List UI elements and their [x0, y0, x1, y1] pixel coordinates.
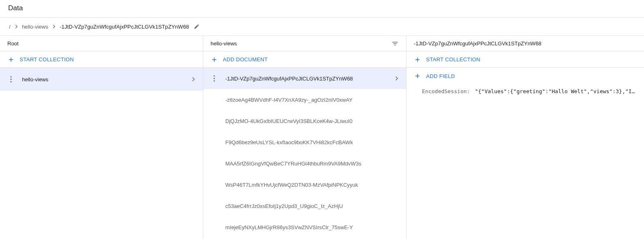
panel-detail: -1JtD-VZp7guZnWfcgufAjxPPcJtCLGVk1STpZYn…: [406, 36, 644, 239]
panel-documents: hello-views ADD DOCUMENT -1JtD-VZp7guZnW…: [203, 36, 406, 239]
collection-row[interactable]: hello-views: [0, 68, 203, 91]
panel-detail-header: -1JtD-VZp7guZnWfcgufAjxPPcJtCLGVk1STpZYn…: [406, 36, 644, 51]
collection-label: hello-views: [19, 76, 185, 83]
field-list: EncodedSession:"{"Values":{"greeting":"H…: [406, 84, 644, 98]
edit-icon[interactable]: [194, 24, 200, 29]
document-label: -1JtD-VZp7guZnWfcgufAjxPPcJtCLGVk1STpZYn…: [222, 76, 388, 82]
document-list: -1JtD-VZp7guZnWfcgufAjxPPcJtCLGVk1STpZYn…: [203, 68, 406, 238]
document-row[interactable]: -z8zoeAg4BWVdhF-I4V7XnXA9zy-_agOzI2nIV0x…: [203, 89, 406, 110]
start-subcollection-label: START COLLECTION: [426, 56, 480, 63]
document-label: c53aeC4frrJz0xsEfoIj1y2Upd3_U9gioC_Iz_Az…: [222, 203, 400, 209]
svg-point-7: [213, 75, 215, 76]
start-subcollection-button[interactable]: START COLLECTION: [406, 51, 644, 68]
plus-icon: [211, 56, 218, 63]
plus-icon: [7, 56, 15, 63]
panel-detail-header-text: -1JtD-VZp7guZnWfcgufAjxPPcJtCLGVk1STpZYn…: [414, 40, 541, 47]
svg-point-9: [213, 80, 215, 81]
breadcrumb-document: -1JtD-VZp7guZnWfcgufAjxPPcJtCLGVk1STpZYn…: [60, 24, 189, 30]
breadcrumb-root[interactable]: /: [9, 24, 11, 30]
document-row[interactable]: F9Qd6bez9eUsLYSL-kxfIaoc9boKK7VHi82kcFcB…: [203, 132, 406, 153]
chevron-right-icon: [13, 23, 20, 30]
svg-point-4: [10, 81, 11, 82]
add-field-button[interactable]: ADD FIELD: [406, 68, 644, 84]
panel-root-header-text: Root: [7, 40, 18, 47]
panel-documents-header: hello-views: [203, 36, 406, 51]
data-panels: Root START COLLECTION hello-views hello-…: [0, 36, 644, 239]
document-label: F9Qd6bez9eUsLYSL-kxfIaoc9boKK7VHi82kcFcB…: [222, 139, 400, 145]
document-label: -z8zoeAg4BWVdhF-I4V7XnXA9zy-_agOzI2nIV0x…: [222, 97, 400, 103]
more-icon[interactable]: [8, 76, 14, 83]
more-icon[interactable]: [211, 75, 217, 82]
panel-root-header: Root: [0, 36, 203, 51]
start-collection-button[interactable]: START COLLECTION: [0, 51, 203, 68]
svg-point-3: [10, 78, 11, 80]
add-document-button[interactable]: ADD DOCUMENT: [203, 51, 406, 68]
field-row[interactable]: EncodedSession:"{"Values":{"greeting":"H…: [406, 84, 644, 98]
chevron-right-icon: [393, 75, 400, 82]
plus-icon: [414, 56, 421, 63]
document-row[interactable]: DjQJzMO-4UkGxIbIUEUCrwVyl3SBLKceK4w-JLiw…: [203, 110, 406, 132]
chevron-right-icon: [190, 76, 197, 83]
document-row[interactable]: mIejeEyNXyLMHGjrR86ys3SVwZNVSIrsClr_75sw…: [203, 217, 406, 238]
start-collection-label: START COLLECTION: [20, 56, 74, 63]
document-row[interactable]: c53aeC4frrJz0xsEfoIj1y2Upd3_U9gioC_Iz_Az…: [203, 195, 406, 217]
document-label: MAA5rfZ6IGngVfQwBeC7YRuHGl4thbuRm9VA9Mdv…: [222, 161, 400, 167]
svg-point-8: [213, 78, 215, 79]
breadcrumb: / hello-views -1JtD-VZp7guZnWfcgufAjxPPc…: [0, 18, 644, 36]
filter-icon[interactable]: [391, 40, 399, 47]
field-value: "{"Values":{"greeting":"Hallo Welt","vie…: [475, 88, 636, 94]
plus-icon: [414, 72, 421, 80]
document-row[interactable]: -1JtD-VZp7guZnWfcgufAjxPPcJtCLGVk1STpZYn…: [203, 68, 406, 89]
document-label: mIejeEyNXyLMHGjrR86ys3SVwZNVSIrsClr_75sw…: [222, 224, 400, 230]
field-key: EncodedSession:: [422, 88, 470, 94]
chevron-right-icon: [51, 23, 57, 30]
add-field-label: ADD FIELD: [426, 73, 455, 79]
document-label: WsP46T7LmfkYHvUjcfWeQ2DTN03-MzVAfpiNPKCy…: [222, 182, 400, 188]
panel-root: Root START COLLECTION hello-views: [0, 36, 203, 239]
root-collection-list: hello-views: [0, 68, 203, 91]
document-row[interactable]: WsP46T7LmfkYHvUjcfWeQ2DTN03-MzVAfpiNPKCy…: [203, 174, 406, 195]
panel-documents-header-text: hello-views: [211, 40, 237, 47]
svg-point-2: [10, 76, 11, 77]
document-label: DjQJzMO-4UkGxIbIUEUCrwVyl3SBLKceK4w-JLiw…: [222, 118, 400, 124]
document-row[interactable]: MAA5rfZ6IGngVfQwBeC7YRuHGl4thbuRm9VA9Mdv…: [203, 153, 406, 174]
add-document-label: ADD DOCUMENT: [223, 56, 268, 63]
page-title: Data: [0, 0, 644, 18]
breadcrumb-collection[interactable]: hello-views: [22, 24, 48, 30]
